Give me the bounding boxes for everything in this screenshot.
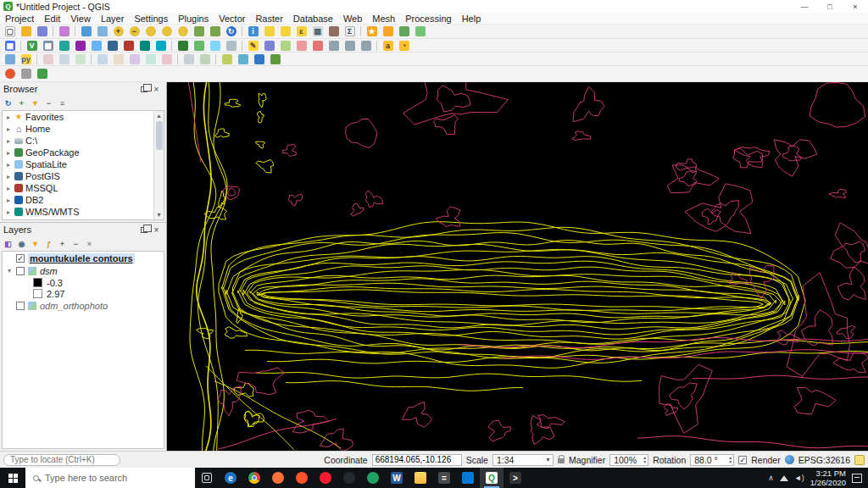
- delete-selected-icon[interactable]: [309, 39, 326, 52]
- measure-line-icon[interactable]: [326, 25, 342, 38]
- layer-diagram-icon[interactable]: ◔: [396, 39, 412, 52]
- expander-icon[interactable]: ▸: [5, 173, 12, 180]
- coordinate-capture-icon[interactable]: [2, 68, 18, 80]
- expander-icon[interactable]: ▸: [5, 137, 12, 145]
- expander-icon[interactable]: ▸: [5, 114, 12, 121]
- task-view-button[interactable]: [195, 468, 219, 488]
- add-postgis-layer-icon[interactable]: [104, 39, 120, 52]
- add-wfs-layer-icon[interactable]: [153, 39, 169, 52]
- tray-expand-icon[interactable]: ∧: [768, 474, 774, 482]
- new-spatialite-layer-icon[interactable]: [207, 39, 223, 52]
- browser-item-mssql[interactable]: ▸MSSQL: [3, 182, 164, 194]
- maximize-button[interactable]: □: [817, 0, 843, 13]
- save-layer-edits-icon[interactable]: [261, 39, 277, 52]
- menu-edit[interactable]: Edit: [39, 13, 65, 25]
- menu-mesh[interactable]: Mesh: [367, 13, 400, 25]
- scale-combo[interactable]: 1:34 ▼: [492, 454, 554, 466]
- menu-layer[interactable]: Layer: [96, 13, 130, 25]
- temporal-controller-icon[interactable]: [396, 25, 412, 38]
- taskbar-app-edge[interactable]: e: [219, 468, 242, 488]
- browser-scrollbar[interactable]: ▲ ▼: [153, 111, 164, 219]
- menu-view[interactable]: View: [65, 13, 96, 25]
- float-panel-icon[interactable]: [137, 225, 150, 236]
- lock-icon[interactable]: [558, 458, 565, 463]
- expander-icon[interactable]: ▸: [5, 149, 12, 157]
- close-panel-icon[interactable]: ×: [150, 225, 163, 236]
- expander-icon[interactable]: ▸: [5, 161, 12, 169]
- taskbar-app-file-explorer[interactable]: [409, 468, 432, 488]
- remove-layer-icon[interactable]: ×: [83, 238, 96, 250]
- spinner-arrows-icon[interactable]: ▲▼: [643, 456, 647, 464]
- save-project-icon[interactable]: [34, 25, 50, 38]
- heatmap-icon[interactable]: [40, 53, 56, 65]
- zoom-in-icon[interactable]: +: [110, 25, 126, 38]
- add-vector-layer-icon[interactable]: V: [24, 39, 40, 52]
- osm-place-search-icon[interactable]: [219, 53, 235, 65]
- menu-processing[interactable]: Processing: [400, 13, 456, 25]
- refresh-map-icon[interactable]: ↻: [223, 25, 239, 38]
- layer-labeling-icon[interactable]: a: [380, 39, 396, 52]
- new-shapefile-layer-icon[interactable]: [191, 39, 207, 52]
- globe-icon[interactable]: [785, 455, 794, 464]
- expander-icon[interactable]: ▸: [5, 197, 12, 204]
- menu-vector[interactable]: Vector: [214, 13, 250, 25]
- layer-item-odm-orthophoto[interactable]: odm_orthophoto: [3, 299, 164, 312]
- interpolation-icon[interactable]: [56, 53, 72, 65]
- filter-legend-icon[interactable]: ▼: [29, 238, 42, 250]
- rotation-spinner[interactable]: 88.0 ° ▲▼: [690, 454, 734, 466]
- taskbar-app-opera[interactable]: [314, 468, 337, 488]
- taskbar-app-calculator[interactable]: =: [432, 468, 456, 488]
- processing-toolbox-icon[interactable]: [251, 53, 267, 65]
- browser-properties-icon[interactable]: ≡: [56, 97, 69, 109]
- minimize-button[interactable]: —: [792, 0, 817, 13]
- taskbar-app-store[interactable]: [456, 468, 480, 488]
- new-geopackage-layer-icon[interactable]: [175, 39, 191, 52]
- deselect-features-icon[interactable]: [277, 25, 293, 38]
- zoom-to-layer-icon[interactable]: [175, 25, 191, 38]
- coordinate-input[interactable]: [372, 454, 462, 466]
- add-delimited-text-icon[interactable]: [72, 39, 88, 52]
- manage-map-themes-icon[interactable]: ◉: [15, 238, 28, 250]
- plugin-manager-icon[interactable]: [2, 53, 18, 65]
- expander-icon[interactable]: ▸: [5, 125, 12, 133]
- browser-item-spatialite[interactable]: ▸SpatiaLite: [3, 158, 164, 170]
- layer-item-dsm[interactable]: ▾dsm: [3, 264, 164, 277]
- toggle-editing-icon[interactable]: ✎: [245, 39, 261, 52]
- open-layer-styling-icon[interactable]: ◧: [2, 238, 14, 250]
- browser-item-geopackage[interactable]: ▸GeoPackage: [3, 147, 164, 158]
- volume-icon[interactable]: ◄): [794, 474, 804, 482]
- qgis2web-icon[interactable]: [235, 53, 251, 65]
- geometry-checker-icon[interactable]: [18, 68, 34, 80]
- zoom-out-icon[interactable]: −: [126, 25, 142, 38]
- raster-calculator-icon[interactable]: [181, 53, 197, 65]
- magnifier-spinner[interactable]: 100% ▲▼: [609, 454, 648, 466]
- grass-tools-icon[interactable]: [267, 53, 283, 65]
- pan-to-selection-icon[interactable]: [94, 25, 110, 38]
- taskbar-app-qgis[interactable]: Q: [480, 468, 504, 488]
- vertex-tool-icon[interactable]: [293, 39, 309, 52]
- spinner-arrows-icon[interactable]: ▲▼: [728, 456, 732, 464]
- start-button[interactable]: [0, 468, 25, 488]
- browser-item-favorites[interactable]: ▸★Favorites: [3, 111, 164, 123]
- add-mesh-layer-icon[interactable]: [56, 39, 72, 52]
- add-feature-icon[interactable]: [277, 39, 293, 52]
- browser-item-postgis[interactable]: ▸PostGIS: [3, 170, 164, 182]
- collapse-all-icon[interactable]: −: [70, 238, 82, 250]
- menu-project[interactable]: Project: [0, 13, 39, 25]
- scroll-down-icon[interactable]: ▼: [156, 210, 162, 219]
- expand-all-icon[interactable]: +: [56, 238, 69, 250]
- layer-item-mountukulele-contours[interactable]: ✓mountukulele contours: [3, 252, 164, 264]
- cut-features-icon[interactable]: [326, 39, 342, 52]
- add-mssql-layer-icon[interactable]: [120, 39, 136, 52]
- copy-features-icon[interactable]: [342, 39, 358, 52]
- new-bookmark-icon[interactable]: ★: [364, 25, 380, 38]
- browser-collapse-icon[interactable]: −: [42, 97, 55, 109]
- data-source-manager-icon[interactable]: ▦: [2, 39, 18, 52]
- python-console-icon[interactable]: py: [18, 53, 34, 65]
- taskbar-app-green[interactable]: [361, 468, 385, 488]
- style-manager-icon[interactable]: [56, 25, 72, 38]
- close-panel-icon[interactable]: ×: [150, 84, 163, 95]
- layer-visibility-checkbox[interactable]: [16, 267, 25, 275]
- identify-features-icon[interactable]: i: [245, 25, 261, 38]
- georeferencer-icon[interactable]: [197, 53, 213, 65]
